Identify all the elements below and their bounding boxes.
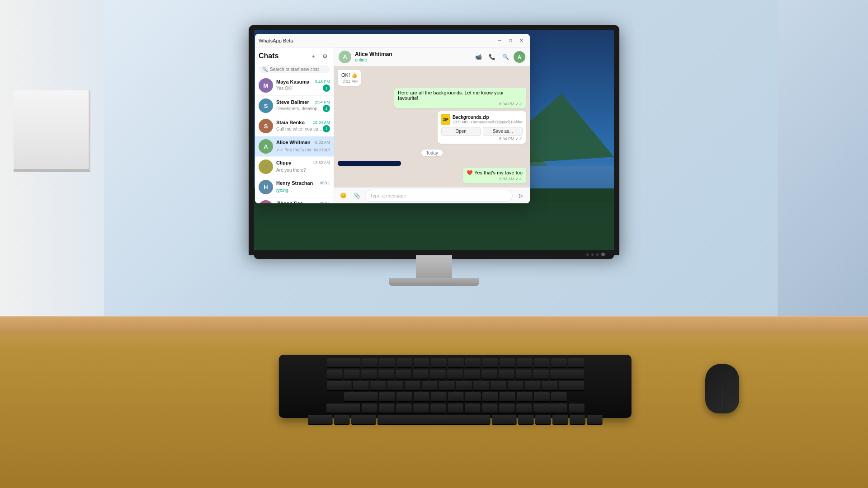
maximize-button[interactable]: □ [505, 37, 515, 45]
chat-preview-alice: ✓✓ Yes that's my fave too! [276, 147, 330, 152]
chat-name-henry: Henry Strachan [276, 180, 313, 186]
key-row-2 [283, 370, 628, 380]
chat-name-staia: Staia Benko [276, 120, 305, 125]
chat-preview-clippy: Are you there? [276, 168, 306, 173]
avatar-jihoon: J [259, 200, 273, 203]
message-image: This is beautiful! 8:32 AM [338, 161, 401, 166]
search-input[interactable] [270, 67, 326, 72]
chat-item-staia[interactable]: S Staia Benko 10:04 AM Call me when you … [255, 116, 334, 136]
chat-area: A Alice Whitman online 📹 📞 🔍 A [334, 47, 530, 203]
key-tab [326, 381, 351, 391]
chat-item-steve[interactable]: S Steve Ballmer 2:54 PM Developers, deve… [255, 96, 334, 116]
message-backgrounds: Here are all the backgrounds. Let me kno… [394, 88, 526, 108]
key-tilde [326, 370, 342, 380]
monitor-stand-base [389, 278, 479, 286]
open-file-button[interactable]: Open [441, 127, 481, 136]
video-call-button[interactable]: 📹 [473, 52, 484, 62]
settings-button[interactable]: ⚙ [320, 51, 330, 61]
chat-time-henry: 05/11 [320, 181, 330, 185]
key-row-4 [283, 392, 628, 402]
key-6 [429, 370, 445, 380]
key-r [404, 381, 420, 391]
emoji-button[interactable]: 😊 [338, 190, 349, 201]
key-enter [559, 381, 584, 391]
msg-time-fave: 8:32 AM ✓✓ [467, 177, 523, 181]
key-f6 [448, 358, 463, 368]
sidebar: Chats + ⚙ 🔍 [255, 47, 334, 203]
key-q [353, 381, 368, 391]
messages-area: OK! 👍 8:01 PM Here are all the backgroun… [334, 66, 530, 187]
chat-time-maya: 3:48 PM [315, 80, 330, 84]
sidebar-header: Chats + ⚙ [255, 47, 334, 63]
key-w [370, 381, 386, 391]
key-plus [533, 370, 548, 380]
saveas-file-button[interactable]: Save as... [483, 127, 523, 136]
file-name: Backgrounds.zip [453, 115, 523, 120]
key-f10 [516, 358, 532, 368]
search-chat-button[interactable]: 🔍 [500, 52, 511, 62]
windows-desktop: WhatsApp Beta ─ □ ✕ Chats [254, 30, 614, 250]
sidebar-actions: + ⚙ [308, 51, 330, 61]
key-bracket-r [542, 381, 557, 391]
key-row-5 [283, 404, 628, 413]
close-button[interactable]: ✕ [516, 37, 526, 45]
key-bracket-l [524, 381, 540, 391]
message-input-display[interactable]: Type a message [365, 190, 513, 202]
key-g [448, 392, 463, 402]
msg-text-ok: OK! 👍 [341, 72, 358, 78]
key-i [473, 381, 489, 391]
minimize-button[interactable]: ─ [495, 37, 505, 45]
voice-call-button[interactable]: 📞 [486, 52, 497, 62]
window-content: Chats + ⚙ 🔍 [255, 47, 530, 203]
key-y [439, 381, 454, 391]
chat-status: online [355, 57, 469, 62]
key-fn [518, 415, 534, 425]
key-l [516, 392, 532, 402]
chat-item-alice[interactable]: A Alice Whitman 8:32 AM ✓✓ Yes that's my… [255, 136, 334, 157]
msg-time-file: 8:04 PM ✓✓ [441, 136, 523, 141]
unread-badge-maya: 1 [323, 84, 330, 92]
attachment-button[interactable]: 📎 [351, 190, 362, 201]
monitor-stand-neck [416, 255, 452, 278]
key-t [421, 381, 437, 391]
chat-item-henry[interactable]: H Henry Strachan 05/11 typing... [255, 177, 334, 197]
monitor-screen: WhatsApp Beta ─ □ ✕ Chats [254, 30, 614, 250]
key-row-3 [283, 381, 628, 391]
chat-item-maya[interactable]: M Maya Kasuma 3:48 PM Yes OK! [255, 75, 334, 96]
key-8 [464, 370, 480, 380]
contact-avatar-button[interactable]: A [514, 51, 525, 63]
window-controls: ─ □ ✕ [495, 37, 526, 45]
key-minus [515, 370, 531, 380]
chat-preview-staia: Call me when you can because... [276, 127, 323, 131]
input-placeholder: Type a message [370, 193, 406, 198]
send-button[interactable]: ▷ [515, 190, 526, 201]
new-chat-button[interactable]: + [308, 51, 318, 61]
key-f5 [430, 358, 446, 368]
key-win [334, 415, 350, 425]
chat-item-clippy[interactable]: 📎 Clippy 12:32 AM Are you there? [255, 157, 334, 177]
search-icon: 🔍 [262, 67, 268, 72]
chat-time-staia: 10:04 AM [313, 120, 330, 125]
key-f9 [499, 358, 515, 368]
msg-text-fave: ❤️ Yes that's my fave too [467, 170, 523, 175]
chat-time-clippy: 12:32 AM [313, 160, 330, 165]
chat-item-jihoon[interactable]: J Jihoon Seo 05/11 ✓✓ 🚀 Big jump! [255, 197, 334, 203]
key-comma [481, 404, 497, 413]
avatar-maya: M [259, 78, 273, 93]
key-k [499, 392, 515, 402]
chat-info-maya: Maya Kasuma 3:48 PM Yes OK! 1 [276, 79, 330, 92]
key-row-1 [283, 358, 628, 368]
sidebar-title: Chats [259, 52, 278, 60]
search-bar[interactable]: 🔍 [259, 66, 330, 73]
key-f [430, 392, 446, 402]
file-attachment: ZIP Backgrounds.zip 23.5 MB · Compressed… [438, 111, 526, 144]
chat-time-jihoon: 05/11 [320, 201, 330, 203]
whatsapp-window: WhatsApp Beta ─ □ ✕ Chats [255, 34, 530, 203]
key-b [430, 404, 446, 413]
title-bar: WhatsApp Beta ─ □ ✕ [255, 34, 530, 47]
chat-info-jihoon: Jihoon Seo 05/11 ✓✓ 🚀 Big jump! [276, 201, 330, 203]
monitor: WhatsApp Beta ─ □ ✕ Chats [249, 25, 619, 286]
key-h [465, 392, 481, 402]
file-size: 23.5 MB · Compressed (zipped) Folder [453, 120, 523, 124]
key-j [482, 392, 498, 402]
